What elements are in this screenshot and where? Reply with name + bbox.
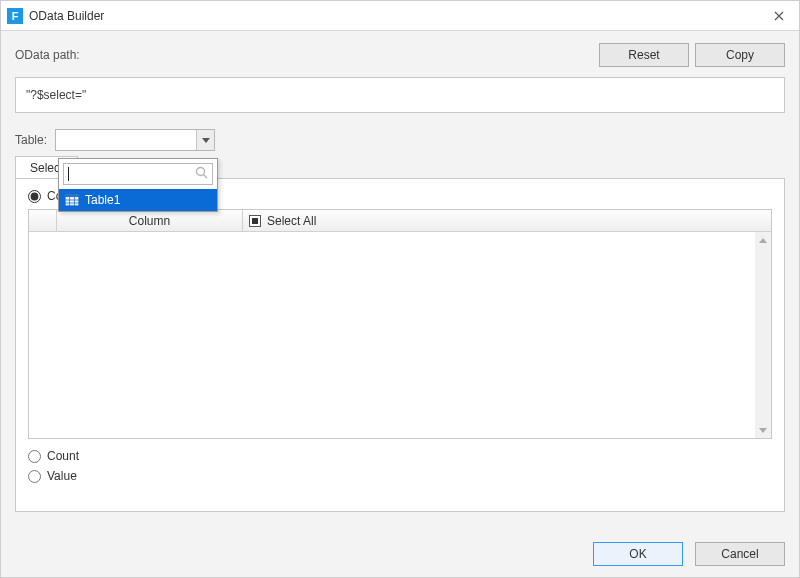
window-title: OData Builder xyxy=(29,9,759,23)
dialog-footer: OK Cancel xyxy=(1,531,799,577)
table-combobox[interactable] xyxy=(55,129,215,151)
radio-columns-input[interactable] xyxy=(28,190,41,203)
radio-value-input[interactable] xyxy=(28,470,41,483)
columns-grid: Column Select All xyxy=(28,209,772,439)
select-all-checkbox-icon[interactable] xyxy=(249,215,261,227)
chevron-down-icon[interactable] xyxy=(196,130,214,150)
close-icon xyxy=(774,11,784,21)
grid-scrollbar[interactable] xyxy=(755,232,771,438)
search-icon xyxy=(195,166,208,182)
radio-count-label: Count xyxy=(47,449,79,463)
select-all-label: Select All xyxy=(267,214,316,228)
radio-count-input[interactable] xyxy=(28,450,41,463)
grid-header: Column Select All xyxy=(29,210,771,232)
table-label: Table: xyxy=(15,133,47,147)
ok-button[interactable]: OK xyxy=(593,542,683,566)
grid-row-header xyxy=(29,210,57,231)
odata-path-label: OData path: xyxy=(15,48,593,62)
table-dropdown: Table1 xyxy=(58,158,218,212)
cancel-button[interactable]: Cancel xyxy=(695,542,785,566)
scroll-up-icon[interactable] xyxy=(755,232,771,248)
table-icon xyxy=(65,194,79,206)
grid-body xyxy=(29,232,771,438)
svg-line-1 xyxy=(204,175,208,179)
grid-header-selectall[interactable]: Select All xyxy=(243,210,771,231)
radio-value-label: Value xyxy=(47,469,77,483)
table-dropdown-item-label: Table1 xyxy=(85,193,120,207)
copy-button[interactable]: Copy xyxy=(695,43,785,67)
app-icon: F xyxy=(7,8,23,24)
odata-path-field[interactable]: "?$select=" xyxy=(15,77,785,113)
svg-point-0 xyxy=(197,168,205,176)
table-dropdown-search-input[interactable] xyxy=(69,165,195,183)
table-dropdown-search xyxy=(59,159,217,189)
titlebar: F OData Builder xyxy=(1,1,799,31)
reset-button[interactable]: Reset xyxy=(599,43,689,67)
table-dropdown-item[interactable]: Table1 xyxy=(59,189,217,211)
odata-path-value: "?$select=" xyxy=(26,88,86,102)
close-button[interactable] xyxy=(759,1,799,31)
radio-value[interactable]: Value xyxy=(28,469,772,483)
radio-count[interactable]: Count xyxy=(28,449,772,463)
select-panel: Columns Column Select All xyxy=(15,178,785,512)
scroll-down-icon[interactable] xyxy=(755,422,771,438)
grid-header-column[interactable]: Column xyxy=(57,210,243,231)
